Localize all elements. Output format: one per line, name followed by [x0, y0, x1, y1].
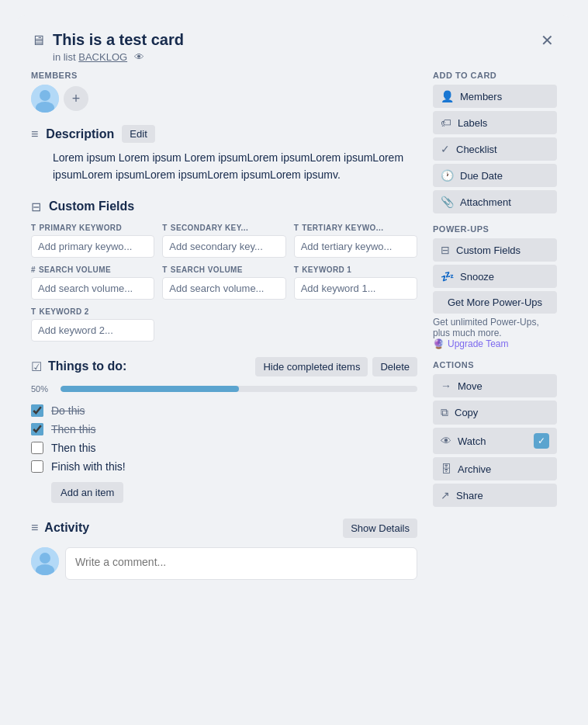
activity-header: ≡ Activity Show Details [31, 519, 417, 538]
field-search-volume-1-input[interactable]: Add search volume... [31, 277, 154, 300]
description-header: ≡ Description Edit [31, 125, 417, 143]
members-section: MEMBERS + [31, 71, 417, 113]
comment-row [31, 547, 417, 580]
modal-body: MEMBERS + ≡ Description [16, 71, 572, 725]
sidebar-snooze-button[interactable]: 💤 Snooze [433, 265, 557, 288]
member-avatar[interactable] [31, 85, 59, 113]
comment-input[interactable] [65, 547, 417, 580]
field-secondary-keyword-input[interactable]: Add secondary key... [162, 235, 285, 258]
card-type-icon: 🖥 [31, 33, 45, 49]
sidebar-due-date-button[interactable]: 🕐 Due Date [433, 164, 557, 187]
checklist-checkbox-4[interactable] [31, 460, 43, 473]
svg-point-1 [40, 90, 50, 101]
fields-row-1: T PRIMARY KEYWORD Add primary keywo... T… [31, 224, 417, 258]
checklist-btn-label: Checklist [456, 144, 549, 155]
sidebar-attachment-button[interactable]: 📎 Attachment [433, 190, 557, 213]
attachment-btn-label: Attachment [460, 196, 549, 208]
watch-btn-label: Watch [458, 435, 527, 447]
description-icon: ≡ [31, 127, 38, 141]
checklist-item: Then this [31, 420, 417, 439]
upgrade-link[interactable]: 🔮 Upgrade Team [433, 338, 509, 349]
power-ups-label: POWER-UPS [433, 224, 557, 234]
sidebar-custom-fields-button[interactable]: ⊟ Custom Fields [433, 238, 557, 262]
sidebar-members-button[interactable]: 👤 Members [433, 85, 557, 108]
custom-fields-btn-label: Custom Fields [456, 245, 549, 256]
sidebar-copy-button[interactable]: ⧉ Copy [433, 401, 557, 425]
add-to-card-label: ADD TO CARD [433, 71, 557, 80]
custom-fields-section: ⊟ Custom Fields T PRIMARY KEYWORD Add pr… [31, 199, 417, 342]
upgrade-icon: 🔮 [433, 338, 444, 349]
show-details-button[interactable]: Show Details [343, 519, 417, 538]
title-block: This is a test card in list BACKLOG 👁 [53, 29, 184, 63]
field-tertiary-keyword-input[interactable]: Add tertiary keywo... [294, 235, 417, 258]
checklist-actions: Hide completed items Delete [255, 357, 417, 376]
field-keyword-2-input[interactable]: Add keyword 2... [31, 319, 154, 342]
actions-label: ACTIONS [433, 360, 557, 369]
activity-section: ≡ Activity Show Details [31, 519, 417, 580]
field-primary-keyword-input[interactable]: Add primary keywo... [31, 235, 154, 258]
sidebar: ADD TO CARD 👤 Members 🏷 Labels ✓ Checkli… [425, 71, 565, 725]
field-search-volume-1: # SEARCH VOLUME Add search volume... [31, 265, 154, 300]
checklist-checkbox-3[interactable] [31, 442, 43, 454]
archive-icon: 🗄 [441, 463, 451, 475]
sidebar-move-button[interactable]: → Move [433, 374, 557, 397]
activity-header-left: ≡ Activity [31, 521, 89, 535]
members-label: MEMBERS [31, 71, 417, 80]
sidebar-watch-button[interactable]: 👁 Watch ✓ [433, 428, 557, 454]
progress-bar-background [61, 386, 417, 392]
edit-description-button[interactable]: Edit [122, 125, 154, 143]
checklist-section: ☑ Things to do: Hide completed items Del… [31, 357, 417, 503]
description-section: ≡ Description Edit Lorem ipsum Lorem ips… [31, 125, 417, 184]
add-member-button[interactable]: + [64, 86, 88, 111]
checklist-checkbox-1[interactable] [31, 404, 43, 417]
modal-header: 🖥 This is a test card in list BACKLOG 👁 … [16, 16, 572, 71]
members-row: + [31, 85, 417, 113]
custom-fields-sidebar-icon: ⊟ [441, 244, 450, 256]
description-title: Description [46, 127, 114, 141]
in-list-info: in list BACKLOG 👁 [53, 51, 184, 63]
move-icon: → [441, 380, 451, 392]
checklist-item-text-1: Do this [51, 404, 85, 417]
field-keyword-1-input[interactable]: Add keyword 1... [294, 277, 417, 300]
labels-icon: 🏷 [441, 116, 451, 129]
field-search-volume-2-input[interactable]: Add search volume... [162, 277, 285, 300]
checklist-item-text-4: Finish with this! [51, 460, 126, 473]
checklist-icon: ☑ [31, 359, 42, 374]
field-keyword-1: T KEYWORD 1 Add keyword 1... [294, 265, 417, 300]
checklist-item-text-3: Then this [51, 442, 96, 454]
upgrade-text: Get unlimited Power-Ups, plus much more. [433, 317, 539, 338]
field-type-icon: T [31, 224, 36, 232]
field-type-icon: T [294, 265, 299, 274]
card-modal: 🖥 This is a test card in list BACKLOG 👁 … [16, 16, 572, 725]
description-text: Lorem ipsum Lorem ipsum Lorem ipsumLorem… [31, 149, 417, 184]
add-item-button[interactable]: Add an item [51, 482, 123, 503]
sidebar-checklist-button[interactable]: ✓ Checklist [433, 137, 557, 161]
checklist-checkbox-2[interactable] [31, 423, 43, 435]
sidebar-labels-button[interactable]: 🏷 Labels [433, 111, 557, 134]
activity-title: Activity [44, 521, 89, 535]
sidebar-share-button[interactable]: ↗ Share [433, 484, 557, 507]
hide-completed-button[interactable]: Hide completed items [255, 357, 368, 376]
share-icon: ↗ [441, 489, 450, 501]
sidebar-archive-button[interactable]: 🗄 Archive [433, 457, 557, 480]
field-keyword-2: T KEYWORD 2 Add keyword 2... [31, 307, 154, 342]
members-icon: 👤 [441, 90, 454, 102]
svg-point-4 [40, 553, 50, 564]
labels-btn-label: Labels [458, 117, 549, 129]
field-type-icon: T [294, 224, 299, 232]
commenter-avatar [31, 547, 59, 575]
close-button[interactable]: ✕ [538, 29, 557, 51]
watch-list-icon[interactable]: 👁 [134, 51, 144, 63]
progress-bar-fill [61, 386, 239, 392]
archive-btn-label: Archive [458, 463, 549, 475]
watch-icon: 👁 [441, 435, 451, 447]
progress-percentage: 50% [31, 384, 54, 394]
get-more-power-ups-button[interactable]: Get More Power-Ups [433, 291, 557, 314]
checklist-sidebar-icon: ✓ [441, 143, 450, 155]
field-type-icon: # [31, 265, 36, 274]
fields-row-2: # SEARCH VOLUME Add search volume... T S… [31, 265, 417, 300]
delete-checklist-button[interactable]: Delete [372, 357, 417, 376]
custom-fields-icon: ⊟ [31, 199, 41, 214]
checklist-item-text-2: Then this [51, 423, 96, 435]
list-link[interactable]: BACKLOG [78, 51, 127, 63]
